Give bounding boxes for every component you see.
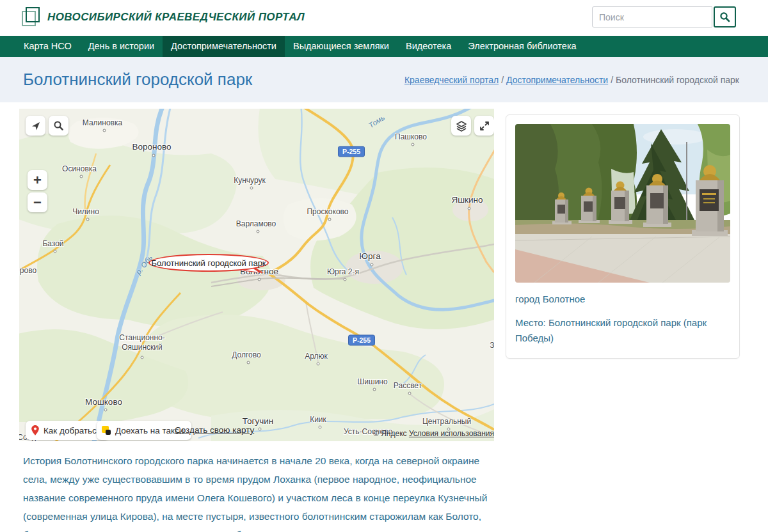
map-place-label: Юрга 2-я <box>327 267 359 277</box>
fullscreen-icon <box>479 121 490 131</box>
map-place-dot <box>371 263 374 267</box>
road-badge: Р-255 <box>348 335 375 346</box>
layers-button[interactable] <box>451 116 471 136</box>
search-button[interactable] <box>714 6 736 27</box>
map-place-label: Юрга <box>359 251 380 262</box>
map-place-label: Чилино <box>72 207 99 217</box>
article-paragraph: История Болотнинского городского парка н… <box>23 451 495 532</box>
logo-squares-icon <box>22 6 41 29</box>
nav-item-Достопримечательности[interactable]: Достопримечательности <box>163 36 285 57</box>
nav-item-Карта НСО[interactable]: Карта НСО <box>15 36 80 57</box>
terms-of-use-link[interactable]: Условия использования <box>409 429 494 438</box>
yandex-map[interactable]: МалиновкаВороновоОсиновкаКунчурукЧилиноБ… <box>19 109 494 441</box>
map-search-button[interactable] <box>49 116 68 136</box>
map-place-dot <box>247 361 250 364</box>
map-place-dot <box>250 187 253 190</box>
photo-caption: город Болотное Место: Болотнинский город… <box>515 292 730 345</box>
map-place-label: Проскоково <box>307 207 348 217</box>
site-logo[interactable]: НОВОСИБИРСКИЙ КРАЕВЕДЧЕСКИЙ ПОРТАЛ <box>22 6 305 29</box>
search-icon <box>719 12 730 22</box>
site-search <box>592 6 736 27</box>
map-place-label: Базой <box>42 239 63 249</box>
park-callout-label: Болотнинский городской парк <box>151 258 266 268</box>
site-header: НОВОСИБИРСКИЙ КРАЕВЕДЧЕСКИЙ ПОРТАЛ <box>0 0 768 36</box>
map-place-label: рово <box>20 266 36 276</box>
breadcrumb-link[interactable]: Достопримечательности <box>506 75 608 85</box>
title-band: Болотнинский городской парк Краеведчески… <box>0 57 768 102</box>
road-badge: Р-255 <box>338 146 365 157</box>
yandex-copyright: © Яндекс <box>373 429 407 438</box>
search-input[interactable] <box>592 6 712 27</box>
map-pin-icon <box>31 425 40 436</box>
caption-city: город Болотное <box>515 292 730 306</box>
map-place-label: Киик <box>310 415 326 425</box>
map-place-label: Осиновка <box>62 164 97 174</box>
map-place-label: Центральный <box>422 417 471 426</box>
map-place-dot <box>317 363 320 366</box>
map-place-label: Варламово <box>236 219 276 229</box>
map-place-dot <box>259 428 262 431</box>
caption-place: Место: Болотнинский городской парк (парк… <box>515 315 730 345</box>
map-place-dot <box>412 143 415 146</box>
map-place-dot <box>408 392 412 395</box>
zoom-in-button[interactable]: + <box>28 170 47 190</box>
nav-item-Выдающиеся земляки[interactable]: Выдающиеся земляки <box>285 36 397 57</box>
map-place-dot <box>344 278 347 281</box>
nav-item-Видеотека[interactable]: Видеотека <box>397 36 460 57</box>
map-place-dot <box>257 230 260 233</box>
map-place-label: Малиновка <box>83 118 122 128</box>
map-place-dot <box>103 129 106 132</box>
map-place-dot <box>141 356 144 359</box>
map-place-dot <box>104 409 108 412</box>
map-place-label: Шишино <box>357 377 387 387</box>
plus-icon: + <box>33 173 42 187</box>
map-place-dot <box>468 207 471 210</box>
map-place-label: Мошково <box>85 397 122 408</box>
map-place-label: Долгово <box>232 350 260 360</box>
breadcrumb-separator: / <box>608 75 616 85</box>
map-place-label: Арлюк <box>305 352 328 361</box>
create-map-link[interactable]: Создать свою карту <box>175 425 254 435</box>
map-place-label: Вороново <box>132 142 171 153</box>
taxi-icon <box>102 426 111 435</box>
taxi-button-label: Доехать на такси <box>115 426 184 435</box>
map-search-icon <box>53 120 64 131</box>
attraction-card: город Болотное Место: Болотнинский город… <box>506 114 740 359</box>
breadcrumb: Краеведческий портал/Достопримечательнос… <box>404 75 739 85</box>
map-place-dot <box>86 218 90 221</box>
map-place-label: Кунчурук <box>234 176 266 185</box>
zoom-out-button[interactable]: − <box>28 192 47 212</box>
park-callout[interactable]: Болотнинский городской парк <box>148 254 269 272</box>
geolocation-button[interactable] <box>26 116 45 136</box>
page-title: Болотнинский городской парк <box>23 70 252 90</box>
route-button-label: Как добраться <box>44 426 101 435</box>
map-place-label: Рассвет <box>394 381 422 391</box>
minus-icon: − <box>33 196 42 210</box>
map-place-dot <box>54 250 57 253</box>
article-body: История Болотнинского городского парка н… <box>23 451 495 532</box>
map-place-dot <box>152 154 156 157</box>
map-place-dot <box>373 388 376 391</box>
map-place-dot <box>319 426 322 429</box>
main-nav: Карта НСОДень в историиДостопримечательн… <box>0 36 768 57</box>
layers-icon <box>456 120 467 132</box>
map-place-label: Пашково <box>395 132 427 142</box>
map-place-label: Яшкино <box>452 195 483 206</box>
map-copyright: © Яндекс Условия использования <box>373 429 494 438</box>
fullscreen-button[interactable] <box>474 116 494 136</box>
nav-item-Электронная библиотека[interactable]: Электронная библиотека <box>460 36 584 57</box>
map-place-dot <box>328 218 332 221</box>
map-place-label: Станционно- Ояшинский <box>119 333 165 352</box>
breadcrumb-separator: / <box>499 75 506 85</box>
geolocation-arrow-icon <box>31 121 41 131</box>
nav-item-День в истории[interactable]: День в истории <box>80 36 163 57</box>
breadcrumb-current: Болотнинский городской парк <box>616 75 739 85</box>
attraction-photo[interactable] <box>515 124 730 283</box>
map-place-dot <box>80 175 83 178</box>
breadcrumb-link[interactable]: Краеведческий портал <box>404 75 499 85</box>
map-place-label: Зарубино <box>490 341 494 350</box>
logo-text: НОВОСИБИРСКИЙ КРАЕВЕДЧЕСКИЙ ПОРТАЛ <box>47 11 305 24</box>
